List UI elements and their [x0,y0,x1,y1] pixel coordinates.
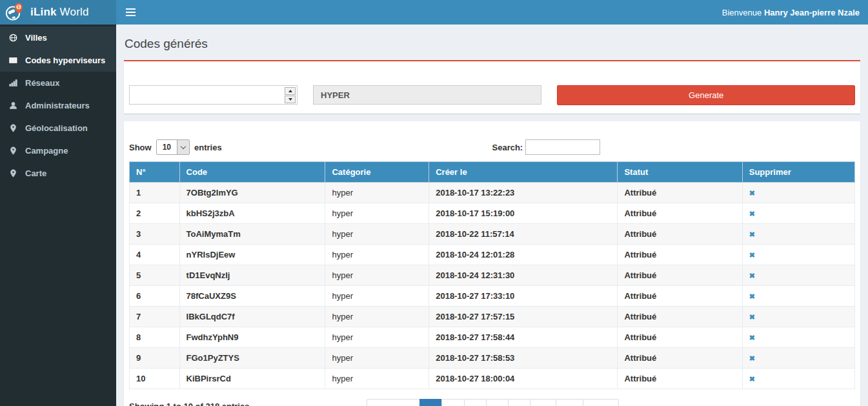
delete-x-icon[interactable]: ✖ [749,272,755,279]
delete-x-icon[interactable]: ✖ [749,190,755,197]
search-label: Search: [492,143,523,152]
created-date-cell: 2018-10-27 18:00:04 [429,369,618,389]
brand-name: iLink World [30,6,89,19]
row-number-cell: 10 [130,369,180,389]
code-cell: FGo1PyZTYS [179,348,325,369]
page-length-select[interactable]: 10 [156,139,190,155]
status-cell: Attribué [618,203,742,224]
table-row: 9FGo1PyZTYShyper2018-10-27 17:58:53Attri… [130,348,855,369]
code-cell: nYRIsDjEew [179,245,325,265]
table-row: 17OBtg2ImYGhyper2018-10-17 13:22:23Attri… [130,183,855,203]
code-cell: IBkGLqdC7f [179,307,325,327]
status-cell: Attribué [618,265,742,286]
sidebar-item-r-seaux[interactable]: Réseaux [0,72,116,94]
welcome-message: Bienvenue Hanry Jean-pierre Nzale [722,8,860,17]
delete-x-icon[interactable]: ✖ [749,252,755,259]
delete-cell: ✖ [742,203,854,224]
pagination-1[interactable]: 1 [419,399,442,406]
created-date-cell: 2018-10-27 17:33:10 [429,286,618,307]
code-cell: 7OBtg2ImYG [179,183,325,203]
main-content: Codes générés Generate Show 10 [116,25,868,406]
code-cell: FwdhzYphN9 [179,327,325,348]
table-row: 5tD1EvqNzIjhyper2018-10-24 12:31:30Attri… [130,265,855,286]
delete-x-icon[interactable]: ✖ [749,314,755,321]
delete-x-icon[interactable]: ✖ [749,231,755,238]
ilink-logo-icon: $ [5,3,25,22]
sidebar-item-label: Campagne [25,146,68,156]
stepper-down-icon[interactable] [285,96,296,103]
delete-x-icon[interactable]: ✖ [749,293,755,300]
category-cell: hyper [325,286,429,307]
status-cell: Attribué [618,183,742,203]
column-header[interactable]: Code [179,162,325,183]
pagination-next[interactable]: Next [583,399,619,406]
table-row: 678fCaUXZ9Shyper2018-10-27 17:33:10Attri… [130,286,855,307]
pagination-4[interactable]: 4 [486,399,509,406]
created-date-cell: 2018-10-27 17:58:53 [429,348,618,369]
svg-text:$: $ [17,5,20,10]
sidebar-item-label: Villes [25,33,47,43]
sidebar-item-codes-hyperviseurs[interactable]: Codes hyperviseurs [0,49,116,72]
sidebar-item-g-olocalisation[interactable]: Géolocalisation [0,117,116,139]
column-header[interactable]: Catégorie [325,162,429,183]
category-field [313,85,541,105]
map-marker-icon [9,147,18,156]
chevron-down-icon [177,140,189,154]
category-cell: hyper [325,183,429,203]
column-header[interactable]: Statut [618,162,742,183]
search-input[interactable] [525,139,600,155]
status-cell: Attribué [618,286,742,307]
category-cell: hyper [325,265,429,286]
signal-bars-icon [9,79,18,88]
sidebar-item-villes[interactable]: Villes [0,26,116,49]
delete-x-icon[interactable]: ✖ [749,376,755,383]
delete-x-icon[interactable]: ✖ [749,210,755,218]
category-cell: hyper [325,224,429,245]
quantity-stepper [285,87,296,103]
delete-x-icon[interactable]: ✖ [749,334,755,341]
category-cell: hyper [325,307,429,327]
column-header[interactable]: Créer le [429,162,618,183]
row-number-cell: 3 [130,224,180,245]
created-date-cell: 2018-10-27 17:57:15 [429,307,618,327]
pagination-previous[interactable]: Previous [367,399,420,406]
pagination-22[interactable]: 22 [556,399,583,406]
barcode-icon [9,56,18,65]
show-label: Show [129,143,152,152]
stepper-up-icon[interactable] [285,87,296,95]
navbar-right: Bienvenue Hanry Jean-pierre Nzale [116,0,868,25]
sidebar-item-label: Géolocalisation [25,123,88,133]
column-header[interactable]: N° [130,162,180,183]
pagination: Previous12345…22Next [367,399,619,406]
column-header[interactable]: Supprimer [742,162,854,183]
sidebar-item-label: Réseaux [25,78,59,88]
table-controls: Show 10 entries Search: [129,139,855,155]
category-cell: hyper [325,203,429,224]
pagination-5[interactable]: 5 [508,399,530,406]
generate-button[interactable]: Generate [557,85,855,105]
code-cell: KiBPirsrCd [179,369,325,389]
row-number-cell: 6 [130,286,180,307]
delete-x-icon[interactable]: ✖ [749,355,755,362]
pagination-2[interactable]: 2 [441,399,464,406]
sidebar-toggle-hamburger-icon[interactable] [125,6,137,19]
sidebar-item-campagne[interactable]: Campagne [0,139,116,162]
table-row: 10KiBPirsrCdhyper2018-10-27 18:00:04Attr… [130,369,855,389]
code-generator-panel: Generate [124,60,860,114]
brand-logo-area[interactable]: $ iLink World [0,0,116,25]
row-number-cell: 8 [130,327,180,348]
sidebar-item-administrateurs[interactable]: Administrateurs [0,94,116,117]
sidebar-item-carte[interactable]: Carte [0,162,116,185]
status-cell: Attribué [618,224,742,245]
user-icon [9,101,18,110]
row-number-cell: 5 [130,265,180,286]
globe-icon [9,34,18,43]
sidebar-item-label: Administrateurs [25,101,90,110]
table-footer: Showing 1 to 10 of 218 entries Previous1… [129,399,855,406]
row-number-cell: 7 [130,307,180,327]
quantity-input[interactable] [129,85,298,105]
code-cell: ToAiMymaTm [179,224,325,245]
row-number-cell: 9 [130,348,180,369]
delete-cell: ✖ [742,224,854,245]
pagination-3[interactable]: 3 [464,399,487,406]
